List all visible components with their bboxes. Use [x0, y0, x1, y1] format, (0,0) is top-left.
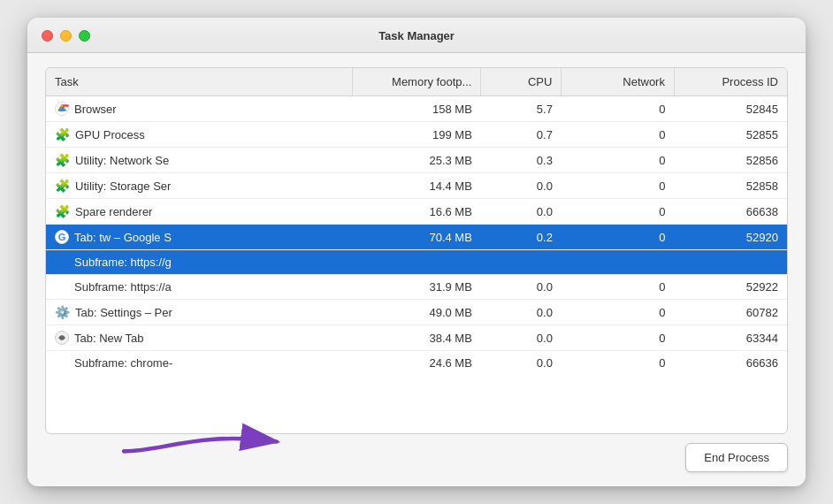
network-cell: 0 — [562, 96, 675, 122]
memory-cell: 14.4 MB — [352, 173, 481, 199]
main-content: Task Memory footp... CPU Network Process… — [27, 53, 806, 486]
task-cell: Browser — [46, 96, 352, 121]
end-process-button[interactable]: End Process — [685, 443, 788, 472]
task-cell: Subframe: https://a — [46, 275, 352, 299]
network-cell: 0 — [562, 225, 675, 250]
memory-cell: 49.0 MB — [352, 300, 481, 325]
table-row[interactable]: ⚙️Tab: Settings – Per49.0 MB0.0060782 — [46, 300, 787, 325]
task-cell: 🧩Utility: Network Se — [46, 148, 352, 172]
task-name: Tab: New Tab — [74, 332, 144, 345]
pid-cell: 52856 — [674, 148, 787, 173]
window-title: Task Manager — [378, 29, 455, 42]
pid-cell: 66636 — [674, 351, 787, 376]
memory-cell: 38.4 MB — [352, 325, 481, 351]
network-cell: 0 — [562, 173, 675, 199]
task-name: Subframe: chrome- — [74, 356, 172, 370]
chrome-icon — [55, 102, 69, 116]
cpu-cell: 0.0 — [481, 275, 562, 300]
table-row[interactable]: 🧩Utility: Storage Ser14.4 MB0.0052858 — [46, 173, 787, 199]
cpu-cell: 0.7 — [481, 122, 562, 148]
memory-cell: 158 MB — [352, 96, 481, 122]
puzzle-icon: 🧩 — [55, 153, 70, 167]
chrome-newtab-icon — [55, 331, 69, 345]
process-table-container: Task Memory footp... CPU Network Process… — [45, 67, 788, 434]
cpu-cell: 0.0 — [481, 300, 562, 325]
cpu-cell: 0.0 — [481, 173, 562, 199]
network-cell: 0 — [562, 199, 675, 225]
cpu-cell: 0.3 — [481, 148, 562, 173]
table-row[interactable]: 🧩GPU Process199 MB0.7052855 — [46, 122, 787, 148]
pid-cell: 52858 — [674, 173, 787, 199]
network-cell — [562, 250, 675, 275]
task-manager-window: Task Manager Task Memory footp... CPU Ne… — [27, 18, 806, 486]
table-row[interactable]: Tab: New Tab38.4 MB0.0063344 — [46, 325, 787, 351]
table-row[interactable]: Subframe: https://a31.9 MB0.0052922 — [46, 275, 787, 300]
cpu-cell: 0.0 — [481, 351, 562, 376]
col-header-memory[interactable]: Memory footp... — [352, 68, 481, 96]
cpu-cell: 5.7 — [481, 96, 562, 122]
col-header-pid[interactable]: Process ID — [674, 68, 787, 96]
puzzle-icon: 🧩 — [55, 179, 70, 193]
memory-cell: 25.3 MB — [352, 148, 481, 173]
table-row[interactable]: Browser158 MB5.7052845 — [46, 96, 787, 122]
svg-point-2 — [60, 107, 65, 111]
task-name: Browser — [74, 103, 117, 116]
maximize-button[interactable] — [79, 30, 90, 42]
task-name: Utility: Network Se — [75, 154, 169, 167]
memory-cell — [352, 250, 481, 275]
memory-cell: 31.9 MB — [352, 275, 481, 300]
memory-cell: 199 MB — [352, 122, 481, 148]
task-name: Tab: tw – Google S — [74, 231, 172, 244]
table-row[interactable]: 🧩Utility: Network Se25.3 MB0.3052856 — [46, 148, 787, 173]
task-cell: G Tab: tw – Google S — [46, 225, 352, 249]
close-button[interactable] — [42, 30, 53, 42]
pid-cell: 60782 — [674, 300, 787, 325]
network-cell: 0 — [562, 325, 675, 351]
task-name: Spare renderer — [75, 205, 152, 218]
cpu-cell: 0.2 — [481, 225, 562, 250]
pid-cell: 52920 — [674, 225, 787, 250]
table-row[interactable]: Subframe: chrome-24.6 MB0.0066636 — [46, 351, 787, 376]
pid-cell: 52855 — [674, 122, 787, 148]
cpu-cell: 0.0 — [481, 199, 562, 225]
task-cell: Subframe: chrome- — [46, 351, 352, 375]
task-cell: Subframe: https://g — [46, 250, 352, 274]
network-cell: 0 — [562, 275, 675, 300]
table-row[interactable]: 🧩Spare renderer16.6 MB0.0066638 — [46, 199, 787, 225]
task-name: GPU Process — [75, 128, 145, 141]
task-cell: ⚙️Tab: Settings – Per — [46, 300, 352, 325]
svg-text:G: G — [58, 232, 66, 242]
cpu-cell: 0.0 — [481, 325, 562, 351]
task-name: Subframe: https://g — [74, 256, 172, 269]
task-name: Subframe: https://a — [74, 280, 172, 294]
task-name: Utility: Storage Ser — [75, 179, 171, 193]
arrow-decoration — [116, 419, 293, 467]
network-cell: 0 — [562, 300, 675, 325]
table-row[interactable]: G Tab: tw – Google S70.4 MB0.2052920 — [46, 225, 787, 250]
chrome-g-icon: G — [55, 230, 69, 244]
task-cell: 🧩Spare renderer — [46, 199, 352, 224]
minimize-button[interactable] — [60, 30, 72, 42]
pid-cell: 66638 — [674, 199, 787, 225]
task-cell: Tab: New Tab — [46, 325, 352, 350]
table-row[interactable]: Subframe: https://g — [46, 250, 787, 275]
process-table: Task Memory footp... CPU Network Process… — [46, 68, 787, 375]
col-header-task[interactable]: Task — [46, 68, 352, 96]
traffic-lights — [42, 30, 90, 42]
pid-cell: 63344 — [674, 325, 787, 351]
gear-icon: ⚙️ — [55, 305, 70, 319]
table-body: Browser158 MB5.7052845🧩GPU Process199 MB… — [46, 96, 787, 376]
puzzle-icon: 🧩 — [55, 204, 70, 218]
col-header-network[interactable]: Network — [562, 68, 675, 96]
task-name: Tab: Settings – Per — [75, 306, 172, 319]
col-header-cpu[interactable]: CPU — [481, 68, 562, 96]
puzzle-icon: 🧩 — [55, 127, 70, 141]
network-cell: 0 — [562, 351, 675, 376]
table-header-row: Task Memory footp... CPU Network Process… — [46, 68, 787, 96]
cpu-cell — [481, 250, 562, 275]
memory-cell: 24.6 MB — [352, 351, 481, 376]
footer: End Process — [45, 434, 788, 476]
memory-cell: 16.6 MB — [352, 199, 481, 225]
title-bar: Task Manager — [27, 18, 806, 53]
memory-cell: 70.4 MB — [352, 225, 481, 250]
